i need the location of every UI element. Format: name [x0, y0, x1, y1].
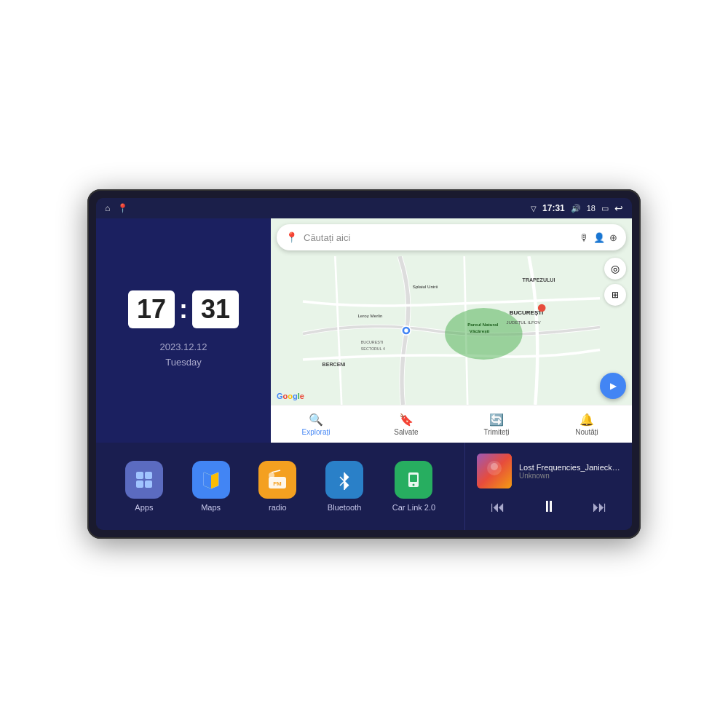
signal-icon: ▽: [531, 205, 537, 213]
battery-icon: ▭: [601, 204, 609, 213]
svg-point-14: [538, 304, 546, 312]
map-nav-share[interactable]: 🔄 Trimiteți: [451, 413, 542, 436]
clock-hour: 17: [128, 290, 175, 328]
apps-row: Apps Maps: [96, 443, 464, 530]
music-info: Lost Frequencies_Janieck Devy-... Unknow…: [519, 463, 620, 480]
app-item-radio[interactable]: FM radio: [258, 461, 296, 512]
svg-text:Splaiul Unirii: Splaiul Unirii: [413, 284, 438, 289]
status-right: ▽ 17:31 🔊 18 ▭ ↩: [531, 202, 623, 214]
clock-panel: 17 : 31 2023.12.12 Tuesday: [96, 218, 271, 443]
saved-label: Salvate: [394, 428, 418, 436]
svg-point-31: [413, 484, 415, 486]
maps-icon: [192, 461, 230, 499]
svg-text:Parcul Natural: Parcul Natural: [467, 322, 498, 327]
prev-button[interactable]: ⏮: [488, 496, 508, 518]
map-start-button[interactable]: ▶: [600, 373, 626, 399]
layers-icon: ⊞: [612, 290, 619, 300]
play-pause-button[interactable]: ⏸: [538, 494, 560, 519]
search-placeholder[interactable]: Căutați aici: [304, 232, 574, 243]
news-icon: 🔔: [579, 413, 594, 427]
share-label: Trimiteți: [483, 428, 509, 436]
svg-rect-17: [136, 480, 143, 488]
clock-date: 2023.12.12 Tuesday: [159, 340, 207, 371]
day-text: Tuesday: [159, 355, 207, 371]
app-item-maps[interactable]: Maps: [192, 461, 230, 512]
location-icon[interactable]: 📍: [117, 203, 128, 213]
share-icon: 🔄: [489, 413, 504, 427]
search-icons: 🎙 👤 ⊕: [579, 232, 617, 243]
start-icon: ▶: [610, 381, 616, 391]
map-panel: 📍 Căutați aici 🎙 👤 ⊕: [271, 218, 632, 443]
main-content: 17 : 31 2023.12.12 Tuesday 📍 Căutați aic…: [96, 218, 632, 530]
profile-icon[interactable]: 👤: [593, 232, 605, 243]
clock-colon: :: [179, 296, 188, 323]
music-panel: Lost Frequencies_Janieck Devy-... Unknow…: [464, 443, 632, 530]
map-nav-news[interactable]: 🔔 Noutăți: [542, 413, 632, 436]
clock-minute: 31: [192, 290, 239, 328]
carlink-label: Car Link 2.0: [392, 503, 435, 512]
svg-text:BERCENI: BERCENI: [323, 362, 346, 368]
bluetooth-icon: [325, 461, 363, 499]
google-logo: Google: [277, 392, 304, 400]
svg-text:TRAPEZULUI: TRAPEZULUI: [523, 277, 555, 283]
app-item-bluetooth[interactable]: Bluetooth: [325, 461, 363, 512]
screen: ⌂ 📍 ▽ 17:31 🔊 18 ▭ ↩ 17 :: [96, 198, 632, 530]
map-layers-button[interactable]: ⊞: [604, 284, 626, 306]
radio-label: radio: [269, 503, 286, 512]
maps-icon: 📍: [285, 232, 298, 243]
battery-level: 18: [587, 204, 596, 213]
apps-icon: [125, 461, 163, 499]
svg-point-34: [491, 463, 498, 470]
svg-text:JUDEȚUL ILFOV: JUDEȚUL ILFOV: [506, 320, 541, 325]
back-icon[interactable]: ↩: [614, 202, 623, 214]
svg-text:SECTORUL 4: SECTORUL 4: [361, 347, 385, 351]
volume-icon: 🔊: [571, 204, 581, 213]
layers-icon[interactable]: ⊕: [609, 232, 617, 243]
music-top: Lost Frequencies_Janieck Devy-... Unknow…: [477, 454, 620, 488]
clock-display: 17 : 31: [128, 290, 239, 328]
compass-icon: ◎: [611, 263, 620, 274]
svg-text:BUCUREȘTI: BUCUREȘTI: [361, 340, 384, 344]
map-bottom-nav: 🔍 Explorați 🔖 Salvate 🔄 Trimiteți �: [271, 405, 632, 443]
date-text: 2023.12.12: [159, 340, 207, 355]
map-container: Parcul Natural Văcărești TRAPEZULUI BUCU…: [271, 256, 632, 405]
app-item-apps[interactable]: Apps: [125, 461, 163, 512]
svg-line-25: [272, 470, 280, 472]
maps-label: Maps: [201, 503, 221, 512]
home-icon[interactable]: ⌂: [105, 203, 110, 213]
explore-icon: 🔍: [309, 413, 323, 427]
top-section: 17 : 31 2023.12.12 Tuesday 📍 Căutați aic…: [96, 218, 632, 443]
svg-rect-30: [410, 475, 417, 482]
svg-text:FM: FM: [274, 480, 282, 487]
svg-text:Leroy Merlin: Leroy Merlin: [357, 313, 383, 318]
map-search-bar[interactable]: 📍 Căutați aici 🎙 👤 ⊕: [277, 224, 626, 250]
next-button[interactable]: ⏭: [590, 496, 610, 518]
mic-icon[interactable]: 🎙: [579, 232, 589, 243]
music-thumbnail: [477, 454, 512, 488]
music-artist: Unknown: [519, 472, 620, 480]
app-item-carlink[interactable]: Car Link 2.0: [392, 461, 435, 512]
music-title: Lost Frequencies_Janieck Devy-...: [519, 463, 620, 472]
svg-text:Văcărești: Văcărești: [470, 328, 490, 333]
svg-point-13: [404, 328, 408, 332]
svg-rect-16: [145, 472, 152, 479]
status-bar: ⌂ 📍 ▽ 17:31 🔊 18 ▭ ↩: [96, 198, 632, 218]
bottom-section: Apps Maps: [96, 443, 632, 530]
map-nav-explore[interactable]: 🔍 Explorați: [271, 413, 361, 436]
radio-icon: FM: [258, 461, 296, 499]
saved-icon: 🔖: [399, 413, 414, 427]
location-button[interactable]: ◎: [604, 258, 626, 280]
news-label: Noutăți: [575, 428, 598, 436]
svg-rect-18: [145, 480, 152, 488]
explore-label: Explorați: [302, 428, 331, 436]
apps-label: Apps: [135, 503, 153, 512]
music-controls: ⏮ ⏸ ⏭: [477, 494, 620, 519]
svg-point-24: [269, 472, 274, 478]
carlink-icon: [395, 461, 432, 499]
time-display: 17:31: [542, 203, 565, 213]
bluetooth-label: Bluetooth: [328, 503, 361, 512]
map-nav-saved[interactable]: 🔖 Salvate: [361, 413, 451, 436]
svg-text:BUCUREȘTI: BUCUREȘTI: [510, 309, 544, 316]
device: ⌂ 📍 ▽ 17:31 🔊 18 ▭ ↩ 17 :: [87, 189, 641, 539]
status-left: ⌂ 📍: [105, 203, 128, 213]
